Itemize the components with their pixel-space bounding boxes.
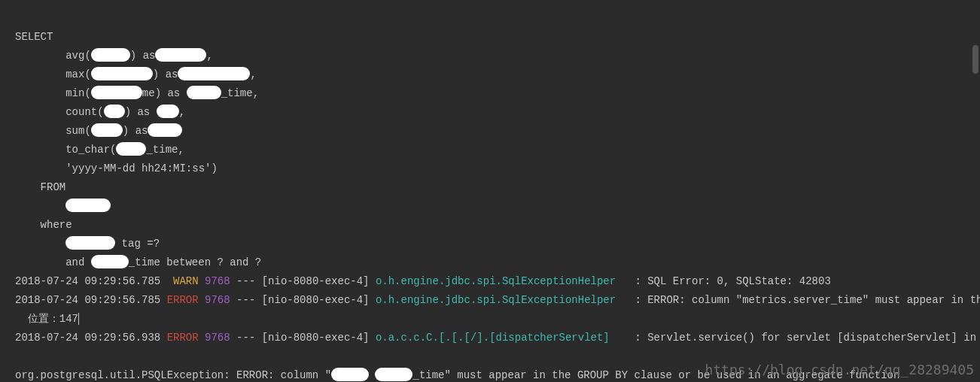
scrollbar-thumb[interactable] bbox=[972, 45, 978, 74]
text-cursor bbox=[78, 313, 79, 325]
redaction bbox=[91, 67, 153, 80]
t: tag =? bbox=[115, 238, 160, 250]
t: 'yyyy-MM-dd hh24:MI:ss') bbox=[65, 162, 218, 174]
t: _time, bbox=[221, 87, 259, 99]
redaction bbox=[91, 255, 129, 268]
t: ) as bbox=[130, 50, 156, 62]
redaction bbox=[178, 67, 250, 80]
log-pid: 9768 bbox=[199, 332, 230, 344]
t: ) as bbox=[125, 106, 157, 118]
log-timestamp: 2018-07-24 09:29:56.785 bbox=[15, 294, 167, 306]
sql-select: SELECT bbox=[15, 31, 53, 43]
log-thread: --- [nio-8080-exec-4] bbox=[230, 332, 376, 344]
exception-text: org.postgresql.util.PSQLException: ERROR… bbox=[15, 369, 331, 381]
log-output: SELECT avg() as, max() as, min(me) as _t… bbox=[0, 0, 980, 382]
log-logger: o.h.engine.jdbc.spi.SqlExceptionHelper bbox=[376, 294, 616, 306]
log-message: : ERROR: column "metrics.server_time" mu… bbox=[616, 294, 980, 306]
log-thread: --- [nio-8080-exec-4] bbox=[230, 294, 376, 306]
t: sum( bbox=[65, 125, 91, 137]
t: ) as bbox=[153, 68, 178, 80]
t: , bbox=[179, 106, 185, 118]
log-level-warn: WARN bbox=[173, 275, 199, 287]
t: _time between ? and ? bbox=[129, 256, 261, 268]
sql-where: where bbox=[41, 219, 72, 231]
log-timestamp: 2018-07-24 09:29:56.938 bbox=[15, 332, 167, 344]
watermark: https://blog.csdn.net/qq_28289405 bbox=[705, 362, 974, 377]
redaction bbox=[187, 86, 221, 99]
t: and bbox=[65, 256, 91, 268]
redaction bbox=[91, 86, 142, 99]
redaction bbox=[155, 48, 206, 62]
t: , bbox=[250, 68, 256, 80]
log-level-error: ERROR bbox=[167, 294, 199, 306]
t: me) as bbox=[142, 87, 187, 99]
error-position: 位置：147 bbox=[15, 313, 78, 325]
redaction bbox=[148, 123, 182, 137]
log-thread: --- [nio-8080-exec-4] bbox=[230, 275, 376, 287]
redaction bbox=[331, 368, 369, 381]
log-message: : Servlet.service() for servlet [dispatc… bbox=[610, 332, 980, 344]
t: _time, bbox=[146, 144, 184, 156]
redaction bbox=[91, 123, 123, 137]
t: ) as bbox=[123, 125, 148, 137]
t: avg( bbox=[65, 50, 91, 62]
redaction bbox=[65, 199, 111, 212]
redaction bbox=[104, 105, 125, 118]
t: max( bbox=[65, 68, 91, 80]
redaction bbox=[116, 142, 146, 156]
redaction bbox=[91, 48, 130, 62]
redaction bbox=[65, 236, 115, 250]
redaction bbox=[375, 368, 412, 381]
log-level-error: ERROR bbox=[167, 332, 199, 344]
log-pid: 9768 bbox=[199, 294, 230, 306]
t: to_char( bbox=[65, 144, 116, 156]
redaction bbox=[157, 105, 179, 118]
log-message: : SQL Error: 0, SQLState: 42803 bbox=[616, 275, 831, 287]
sql-from: FROM bbox=[41, 181, 66, 193]
log-logger: o.h.engine.jdbc.spi.SqlExceptionHelper bbox=[376, 275, 616, 287]
t: count( bbox=[65, 106, 103, 118]
log-logger: o.a.c.c.C.[.[.[/].[dispatcherServlet] bbox=[376, 332, 610, 344]
log-timestamp: 2018-07-24 09:29:56.785 bbox=[15, 275, 173, 287]
t: , bbox=[206, 50, 212, 62]
log-pid: 9768 bbox=[199, 275, 230, 287]
t: min( bbox=[65, 87, 91, 99]
